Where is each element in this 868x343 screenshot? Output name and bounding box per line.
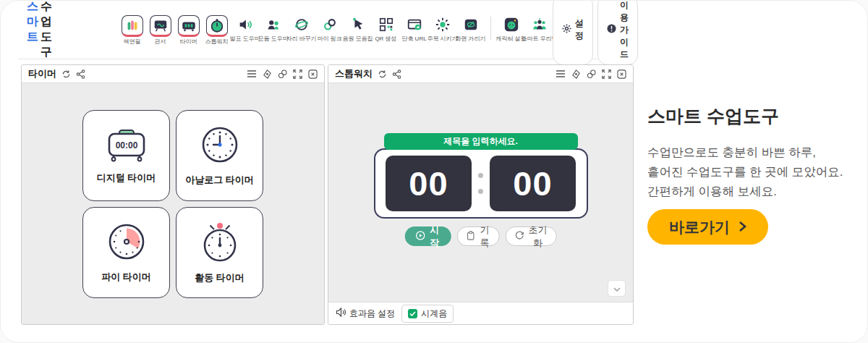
timer-panel: 타이머 00:00	[21, 64, 325, 325]
play-icon	[415, 231, 425, 242]
seat-shuffle-icon	[292, 15, 311, 34]
tool-timer[interactable]: 타이머	[175, 15, 202, 45]
timer-panel-title: 타이머	[28, 67, 56, 80]
app-header: 스마트 수업도구 ✦ 색연필 판서	[18, 1, 634, 59]
class-group-icon	[530, 15, 549, 34]
tool-stopwatch[interactable]: 스톱워치	[203, 15, 230, 45]
analog-timer-card[interactable]: 아날로그 타이머	[176, 110, 263, 201]
sync-button[interactable]	[378, 69, 387, 79]
tool-sound-collection[interactable]: 음원 모음집	[344, 15, 371, 42]
tool-attention[interactable]: 주목 시키기	[429, 15, 456, 42]
pen-icon[interactable]	[263, 69, 272, 79]
tool-smart-class[interactable]: 스마트 우리반	[526, 15, 553, 42]
colon-separator	[478, 173, 483, 194]
timer-card-grid: 00:00 디지털 타이머 아날로그 타이머	[22, 83, 324, 324]
popout-link-icon[interactable]	[587, 69, 596, 79]
start-button[interactable]: 시작	[404, 226, 451, 246]
popout-link-icon[interactable]	[278, 69, 287, 79]
toolbar-divider	[490, 17, 491, 40]
pen-icon[interactable]	[571, 69, 581, 79]
share-icon[interactable]	[76, 69, 85, 79]
info-icon	[607, 24, 616, 35]
digital-clock-icon	[178, 15, 200, 37]
speaker-small-icon	[336, 308, 346, 319]
group-icon	[264, 15, 283, 34]
tool-my-link[interactable]: 마이 링크	[316, 15, 343, 42]
promo-title: 스마트 수업도구	[647, 104, 779, 128]
sun-icon	[433, 15, 452, 34]
reset-button[interactable]: 초기화	[506, 226, 557, 246]
stopwatch-panel: 스톱워치 제목을 입력하세요.	[328, 64, 634, 325]
timer-panel-controls	[247, 69, 318, 79]
timer-panel-header: 타이머	[22, 65, 324, 83]
logo-text-smart: 스마트	[27, 0, 38, 45]
promo-section: 스마트 수업도구 수업만으로도 충분히 바쁜 하루, 흩어진 수업도구를 한 곳…	[640, 1, 868, 343]
tool-presentation-helper[interactable]: 발표 도우미	[231, 15, 258, 42]
screen-cover-icon	[461, 15, 480, 34]
svg-text:00:00: 00:00	[115, 140, 137, 151]
tool-colored-pencils[interactable]: 색연필	[119, 15, 145, 45]
tool-seat-shuffle[interactable]: 자리 바꾸기	[288, 15, 315, 42]
browser-arrow-icon	[405, 15, 424, 34]
promo-description: 수업만으로도 충분히 바쁜 하루, 흩어진 수업도구를 한 곳에 모았어요. 간…	[647, 143, 843, 201]
pie-clock-icon	[106, 221, 147, 265]
app-window: 스마트 수업도구 ✦ 색연필 판서	[0, 0, 868, 343]
clipboard-icon	[467, 231, 475, 242]
stopwatch-title-input[interactable]: 제목을 입력하세요.	[384, 133, 578, 150]
fullscreen-icon[interactable]	[293, 69, 302, 79]
panels-row: 타이머 00:00	[21, 64, 639, 325]
speaker-icon	[236, 15, 255, 34]
toolbar: 색연필 판서 타이머	[119, 15, 553, 45]
flip-clock: 00 00	[374, 148, 588, 219]
stopwatch-panel-title: 스톱워치	[335, 67, 373, 80]
app-region: 스마트 수업도구 ✦ 색연필 판서	[1, 1, 639, 343]
logo-text-tools: 수업도구	[41, 0, 52, 60]
share-icon[interactable]	[392, 69, 401, 79]
stopwatch-panel-controls	[556, 69, 626, 79]
stopwatch-buttons: 시작 기록 초기화	[404, 226, 557, 246]
tool-writing[interactable]: 판서	[147, 15, 174, 45]
activity-timer-card[interactable]: 활동 타이머	[176, 207, 263, 298]
activity-stopwatch-icon	[200, 221, 240, 266]
sync-button[interactable]	[61, 69, 71, 79]
chalkboard-icon	[150, 15, 171, 37]
colored-pencils-icon	[122, 15, 143, 37]
header-actions: 설정 이용 가이드	[553, 0, 638, 65]
timer-panel-body: 00:00 디지털 타이머 아날로그 타이머	[22, 83, 324, 324]
menu-icon[interactable]	[556, 69, 566, 78]
tool-screen-cover[interactable]: 화면 가리기	[457, 15, 484, 42]
digital-timer-card[interactable]: 00:00 디지털 타이머	[82, 110, 170, 201]
clock-sound-toggle[interactable]: 시계음	[401, 305, 454, 323]
stopwatch-panel-body: 제목을 입력하세요. 00 00 시작 기록	[328, 83, 633, 302]
pie-timer-card[interactable]: 파이 타이머	[82, 207, 170, 298]
guide-button[interactable]: 이용 가이드	[597, 0, 638, 65]
seconds-display: 00	[490, 156, 576, 211]
close-icon[interactable]	[617, 69, 626, 79]
app-logo[interactable]: 스마트 수업도구 ✦	[27, 0, 52, 60]
stopwatch-icon	[206, 15, 228, 37]
fullscreen-icon[interactable]	[602, 69, 611, 79]
sound-settings-label: 효과음 설정	[336, 308, 395, 320]
analog-clock-icon	[200, 124, 240, 168]
menu-icon[interactable]	[247, 69, 257, 78]
settings-button[interactable]: 설정	[553, 0, 593, 65]
close-icon[interactable]	[308, 69, 318, 79]
minutes-display: 00	[386, 156, 472, 211]
tool-qr-generator[interactable]: QR 생성	[373, 15, 399, 42]
tool-group-helper[interactable]: 모둠 도우미	[260, 15, 286, 42]
link-icon	[320, 15, 339, 34]
stopwatch-panel-header: 스톱워치	[328, 65, 633, 83]
go-button[interactable]: 바로가기	[647, 209, 768, 245]
sparkle-icon: ✦	[64, 0, 70, 1]
record-button[interactable]: 기록	[457, 226, 501, 246]
tool-short-url[interactable]: 단축 URL	[401, 15, 427, 42]
stopwatch-footer: 효과음 설정 시계음	[328, 302, 633, 324]
cursor-icon	[349, 15, 367, 34]
qr-icon	[377, 15, 396, 34]
collapse-button[interactable]	[608, 280, 626, 297]
chevron-right-icon	[739, 219, 746, 236]
chevron-down-icon	[613, 283, 621, 294]
avatar-icon	[502, 15, 521, 34]
refresh-icon	[515, 231, 524, 242]
checkbox-checked-icon	[408, 309, 417, 318]
